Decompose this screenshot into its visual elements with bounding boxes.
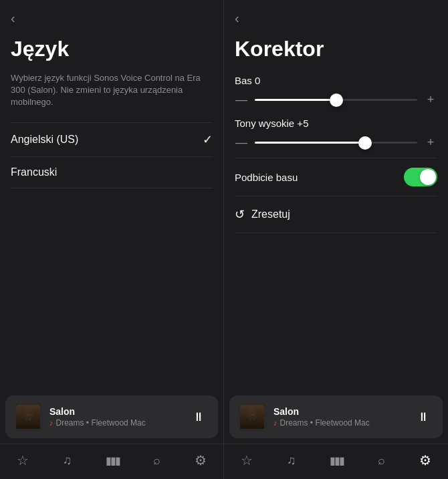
- treble-plus-button[interactable]: +: [424, 136, 437, 150]
- svg-text:🎵: 🎵: [24, 413, 33, 422]
- svg-rect-5: [237, 402, 267, 432]
- nav-settings-left[interactable]: ⚙: [187, 450, 215, 471]
- treble-slider-fill: [255, 142, 365, 144]
- svg-point-2: [23, 408, 33, 421]
- bass-slider-container: — +: [235, 93, 437, 107]
- album-art-left: 🎵: [13, 402, 43, 432]
- svg-rect-1: [16, 405, 40, 429]
- apple-music-icon-left: ♪: [49, 419, 53, 427]
- player-subtitle-right: ♪ Dreams • Fleetwood Mac: [273, 418, 405, 428]
- treble-minus-button[interactable]: —: [235, 136, 248, 150]
- nav-favorites-right[interactable]: ☆: [233, 450, 261, 471]
- bottom-nav-left: ☆ ♫ ▮▮▮ ⌕ ⚙: [0, 444, 223, 479]
- treble-label: Tony wysokie +5: [235, 118, 437, 129]
- back-button-left[interactable]: ‹: [0, 0, 223, 31]
- nav-favorites-left[interactable]: ☆: [9, 450, 37, 471]
- svg-rect-8: [244, 421, 260, 426]
- player-bar-left[interactable]: 🎵 Salon ♪ Dreams • Fleetwood Mac ⏸: [5, 395, 218, 438]
- player-bar-right[interactable]: 🎵 Salon ♪ Dreams • Fleetwood Mac ⏸: [229, 395, 443, 438]
- language-label-english: Angielski (US): [11, 134, 78, 146]
- language-description: Wybierz język funkcji Sonos Voice Contro…: [0, 72, 223, 122]
- bass-label: Bas 0: [235, 75, 437, 86]
- treble-slider-container: — +: [235, 136, 437, 150]
- pause-button-left[interactable]: ⏸: [187, 408, 210, 427]
- album-art-image-right: 🎵: [237, 402, 267, 432]
- bass-boost-row: Podbicie basu: [224, 158, 448, 196]
- svg-rect-3: [20, 421, 36, 426]
- pause-button-right[interactable]: ⏸: [412, 408, 435, 427]
- svg-text:🎵: 🎵: [248, 413, 257, 422]
- nav-search-left[interactable]: ⌕: [145, 451, 169, 470]
- bass-boost-toggle-knob: [420, 169, 436, 185]
- bass-boost-toggle[interactable]: [404, 168, 437, 186]
- bass-minus-button[interactable]: —: [235, 93, 248, 107]
- player-title-left: Salon: [49, 406, 181, 417]
- player-info-left: Salon ♪ Dreams • Fleetwood Mac: [49, 406, 181, 428]
- apple-music-icon-right: ♪: [273, 419, 277, 427]
- player-subtitle-left: ♪ Dreams • Fleetwood Mac: [49, 418, 181, 428]
- nav-search-right[interactable]: ⌕: [370, 451, 393, 470]
- bass-slider-row: Bas 0 — +: [224, 72, 448, 115]
- language-item-english[interactable]: Angielski (US) ✓: [0, 123, 223, 156]
- language-item-french[interactable]: Francuski: [0, 157, 223, 188]
- back-button-right[interactable]: ‹: [224, 0, 448, 31]
- bass-slider-thumb[interactable]: [330, 94, 343, 107]
- page-title-right: Korektor: [224, 31, 448, 72]
- left-panel: ‹ Język Wybierz język funkcji Sonos Voic…: [0, 0, 224, 479]
- reset-icon: ↺: [235, 207, 245, 222]
- album-art-right: 🎵: [237, 402, 267, 432]
- player-info-right: Salon ♪ Dreams • Fleetwood Mac: [273, 406, 405, 428]
- reset-row[interactable]: ↺ Zresetuj: [224, 196, 448, 232]
- treble-slider-row: Tony wysokie +5 — +: [224, 115, 448, 158]
- album-art-image-left: 🎵: [13, 402, 43, 432]
- svg-rect-0: [13, 402, 43, 432]
- check-icon-english: ✓: [203, 132, 213, 147]
- bottom-nav-right: ☆ ♫ ▮▮▮ ⌕ ⚙: [224, 444, 448, 479]
- reset-label: Zresetuj: [251, 208, 290, 220]
- language-label-french: Francuski: [11, 166, 57, 178]
- bass-plus-button[interactable]: +: [424, 93, 437, 107]
- nav-music-left[interactable]: ♫: [55, 451, 80, 470]
- bass-slider-track[interactable]: [255, 99, 417, 101]
- right-panel: ‹ Korektor Bas 0 — + Tony wysokie +5 — +: [224, 0, 448, 479]
- svg-point-7: [247, 408, 257, 421]
- treble-slider-thumb[interactable]: [358, 136, 372, 150]
- bass-boost-label: Podbicie basu: [235, 172, 298, 183]
- svg-rect-6: [240, 405, 264, 429]
- nav-rooms-left[interactable]: ▮▮▮: [98, 452, 128, 470]
- page-title-left: Język: [0, 31, 223, 72]
- nav-rooms-right[interactable]: ▮▮▮: [322, 452, 352, 470]
- bass-slider-fill: [255, 99, 336, 101]
- player-title-right: Salon: [273, 406, 405, 417]
- nav-music-right[interactable]: ♫: [279, 451, 304, 470]
- nav-settings-right[interactable]: ⚙: [411, 450, 439, 471]
- treble-slider-track[interactable]: [255, 142, 417, 144]
